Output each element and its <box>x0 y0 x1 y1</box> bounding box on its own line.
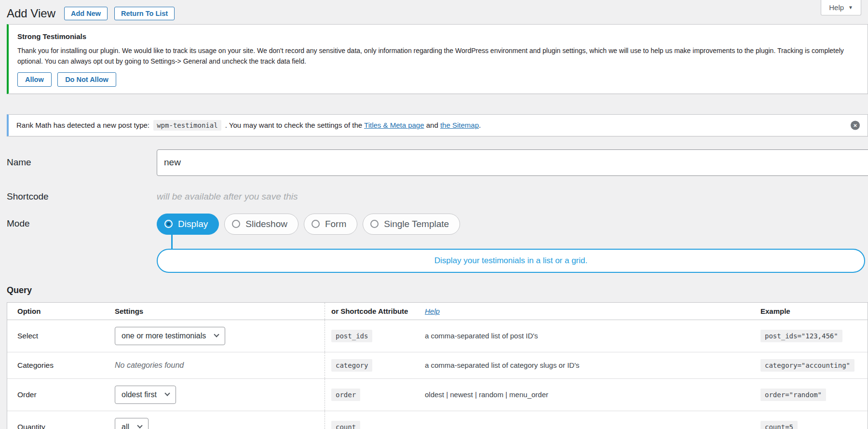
attribute-description <box>425 420 759 429</box>
mode-option-label: Single Template <box>384 219 449 229</box>
attribute-chip: post_ids <box>331 330 372 342</box>
table-row-categories: Categories No categories found category … <box>7 352 868 379</box>
radio-icon <box>232 220 240 228</box>
column-header-attribute: or Shortcode Attribute <box>325 303 425 320</box>
table-row-order: Order oldest first order oldest | newest… <box>7 379 868 411</box>
rank-math-text-middle: . You may want to check the settings of … <box>225 121 362 129</box>
close-icon[interactable]: ✕ <box>851 121 860 130</box>
help-label: Help <box>829 3 844 12</box>
chevron-down-icon: ▼ <box>848 5 853 10</box>
attribute-description: a comma-separated list of category slugs… <box>425 354 759 376</box>
dropdown-value: all <box>122 423 129 429</box>
mode-option-single-template[interactable]: Single Template <box>363 214 460 235</box>
attribute-description: oldest | newest | random | menu_order <box>425 384 759 405</box>
help-dropdown[interactable]: Help ▼ <box>821 0 861 15</box>
chevron-down-icon <box>164 391 170 396</box>
name-row: Name <box>7 149 868 176</box>
mode-radio-group: Display Slideshow Form Single Template <box>157 214 868 235</box>
mode-description-callout: Display your testimonials in a list or a… <box>157 249 865 273</box>
option-label: Quantity <box>7 416 115 429</box>
name-input[interactable] <box>157 149 868 176</box>
no-categories-text: No categories found <box>115 361 184 369</box>
option-label: Order <box>7 384 115 406</box>
option-label: Select <box>7 325 115 347</box>
post-type-code: wpm-testimonial <box>153 120 221 131</box>
name-label: Name <box>7 157 157 168</box>
mode-option-label: Form <box>325 219 346 229</box>
example-chip: category="accounting" <box>760 359 854 372</box>
quantity-dropdown[interactable]: all <box>115 418 149 429</box>
view-form: Name Shortcode will be available after y… <box>0 149 868 273</box>
query-section-heading: Query <box>7 285 868 295</box>
example-chip: order="random" <box>760 389 826 401</box>
shortcode-value: will be available after you save this <box>157 191 868 202</box>
mode-option-label: Display <box>178 219 208 229</box>
query-table: Option Settings or Shortcode Attribute H… <box>7 302 868 429</box>
rank-math-text-before: Rank Math has detected a new post type: <box>16 121 149 129</box>
allow-button[interactable]: Allow <box>17 72 52 87</box>
tracking-notice: Strong Testimonials Thank you for instal… <box>7 24 868 94</box>
attribute-description: a comma-separated list of post ID's <box>425 325 759 347</box>
mode-row: Mode Display Slideshow Form Single Templ… <box>7 214 868 273</box>
shortcode-label: Shortcode <box>7 191 157 202</box>
table-row-quantity: Quantity all count count=5 <box>7 411 868 429</box>
tracking-notice-title: Strong Testimonials <box>17 32 859 40</box>
order-dropdown[interactable]: oldest first <box>115 386 176 404</box>
mode-option-slideshow[interactable]: Slideshow <box>224 214 298 235</box>
mode-label: Mode <box>7 218 157 229</box>
do-not-allow-button[interactable]: Do Not Allow <box>57 72 116 87</box>
mode-option-label: Slideshow <box>245 219 287 229</box>
page-title: Add View <box>7 7 55 21</box>
column-header-settings: Settings <box>115 303 325 320</box>
example-chip: post_ids="123,456" <box>760 330 842 342</box>
return-to-list-button[interactable]: Return To List <box>114 7 175 20</box>
rank-math-notice: Rank Math has detected a new post type: … <box>7 114 868 136</box>
shortcode-row: Shortcode will be available after you sa… <box>7 191 868 202</box>
attribute-chip: count <box>331 421 360 429</box>
chevron-down-icon <box>137 423 142 429</box>
dropdown-value: oldest first <box>122 390 157 399</box>
page-header: Add View Add New Return To List <box>0 0 868 22</box>
titles-meta-link[interactable]: Titles & Meta page <box>364 121 424 129</box>
attribute-chip: order <box>331 389 360 401</box>
example-chip: count=5 <box>760 421 798 429</box>
mode-callout-connector <box>171 235 173 249</box>
chevron-down-icon <box>214 332 219 337</box>
mode-option-display[interactable]: Display <box>157 214 219 235</box>
mode-option-form[interactable]: Form <box>304 214 357 235</box>
option-label: Categories <box>7 354 115 376</box>
add-new-button[interactable]: Add New <box>64 7 108 20</box>
rank-math-text-and: and <box>426 121 438 129</box>
column-header-example: Example <box>759 303 868 320</box>
radio-icon <box>370 220 379 228</box>
radio-icon <box>312 220 320 228</box>
query-table-header: Option Settings or Shortcode Attribute H… <box>7 303 868 320</box>
select-testimonials-dropdown[interactable]: one or more testimonials <box>115 327 225 345</box>
table-row-select: Select one or more testimonials post_ids… <box>7 320 868 352</box>
tracking-notice-body: Thank you for installing our plugin. We … <box>17 46 859 67</box>
sitemap-link[interactable]: the Sitemap <box>440 121 479 129</box>
attribute-chip: category <box>331 359 372 372</box>
column-header-option: Option <box>7 303 115 320</box>
dropdown-value: one or more testimonials <box>122 332 206 340</box>
query-help-link[interactable]: Help <box>425 307 440 315</box>
radio-icon <box>164 220 173 228</box>
rank-math-text-after: . <box>479 121 481 129</box>
